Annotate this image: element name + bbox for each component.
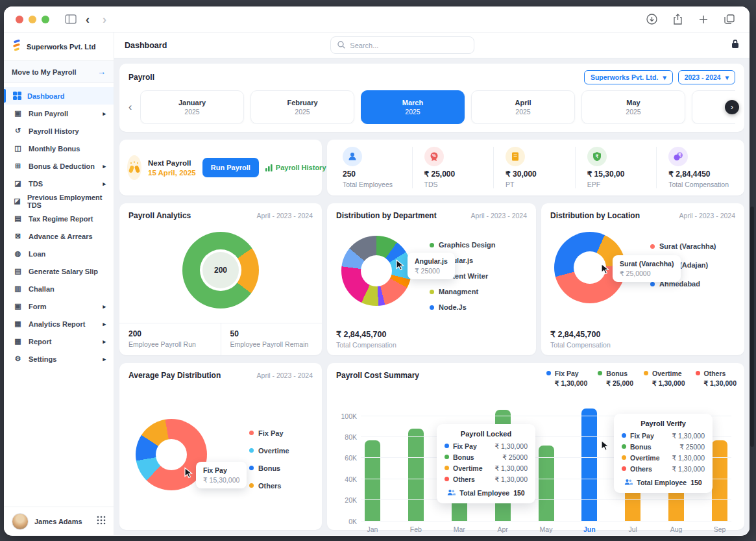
cost-legend-top: Overtime — [644, 370, 685, 377]
sidebar-item-settings[interactable]: ⚙Settings▸ — [4, 350, 114, 368]
download-icon[interactable] — [643, 11, 660, 28]
page-title: Dashboard — [125, 41, 167, 50]
tooltip-row-label: Overtime — [453, 464, 483, 472]
tooltip-row-fix-pay: Fix Pay₹ 1,30,000 — [622, 432, 705, 440]
y-axis-tick: 0K — [348, 518, 357, 525]
month-card-april[interactable]: April2025 — [471, 90, 575, 124]
forward-icon[interactable]: › — [96, 11, 113, 28]
move-to-my-payroll[interactable]: Move to My Payroll → — [4, 61, 114, 83]
sidebar: Superworks Pvt. Ltd Move to My Payroll →… — [4, 32, 114, 535]
chart-title: Distribution by Location — [550, 211, 640, 220]
tooltip-total-value: 150 — [690, 479, 702, 486]
submenu-arrow-icon: ▸ — [103, 303, 106, 310]
search-input[interactable] — [350, 42, 467, 49]
sidebar-item-label: Analytics Report — [29, 320, 85, 328]
carousel-prev-icon[interactable]: ‹ — [128, 101, 136, 113]
sidebar-item-previous-employment-tds[interactable]: ◪Previous Employment TDS — [4, 192, 114, 210]
new-tab-icon[interactable] — [695, 11, 712, 28]
month-year: 2025 — [405, 108, 420, 116]
sidebar-item-label: Bonus & Deduction — [29, 162, 95, 170]
bar-feb[interactable] — [408, 429, 424, 521]
sidebar-item-label: Challan — [29, 285, 55, 293]
zoom-window-button[interactable] — [42, 16, 49, 23]
legend-item-managment: Managment — [430, 288, 495, 296]
close-window-button[interactable] — [16, 16, 23, 23]
month-card-january[interactable]: January2025 — [140, 90, 244, 124]
chart-title: Payroll Analytics — [128, 211, 191, 220]
tabs-icon[interactable] — [721, 11, 738, 28]
submenu-arrow-icon: ▸ — [103, 356, 106, 362]
sidebar-item-loan[interactable]: ◍Loan — [4, 245, 114, 262]
sidebar-item-advance-arrears[interactable]: ⊠Advance & Arrears — [4, 227, 114, 245]
stat-value: 250 — [343, 170, 400, 179]
legend-dot — [546, 371, 551, 375]
bar-jun[interactable] — [581, 409, 597, 521]
window-scrollbar[interactable] — [750, 207, 754, 447]
legend-value: ₹ 1,30,000 — [644, 379, 685, 387]
user-row[interactable]: James Adams — [4, 507, 114, 535]
tooltip-title: Payroll Locked — [445, 430, 528, 438]
sidebar-item-challan[interactable]: ▥Challan — [4, 280, 114, 297]
month-card-february[interactable]: February2025 — [250, 90, 354, 124]
sidebar-toggle-icon[interactable] — [62, 11, 79, 28]
sidebar-menu: Dashboard▣Run Payroll▸↺Payroll History◫M… — [4, 83, 114, 507]
dept-total: ₹ 2,84,45,700 Total Compensation — [336, 329, 396, 349]
month-card-march[interactable]: March2025 — [361, 90, 465, 124]
tooltip-payroll-verify: Payroll VerifyFix Pay₹ 1,30,000Bonus₹ 25… — [614, 414, 713, 493]
sidebar-item-form[interactable]: ▣Form▸ — [4, 297, 114, 315]
sidebar-item-report[interactable]: ▦Report▸ — [4, 333, 114, 350]
bar-jan[interactable] — [365, 440, 380, 522]
x-axis-label-jul: Jul — [625, 525, 640, 533]
payroll-cost-summary-card: Payroll Cost Summary Fix Pay₹ 1,30,000Bo… — [327, 363, 744, 530]
sidebar-item-bonus-deduction[interactable]: ⊞Bonus & Deduction▸ — [4, 157, 114, 175]
back-icon[interactable]: ‹ — [79, 11, 96, 28]
legend-dot — [430, 305, 434, 310]
pt-stat-icon — [506, 147, 525, 166]
run-payroll-button[interactable]: Run Payroll — [202, 158, 259, 177]
submenu-arrow-icon: ▸ — [103, 338, 106, 345]
right-arrow-icon: → — [97, 67, 106, 77]
tds-icon: ◪ — [13, 179, 23, 188]
tooltip-row-label: Bonus — [630, 443, 652, 451]
apps-grid-icon[interactable] — [97, 516, 106, 527]
bar-sep[interactable] — [712, 440, 727, 522]
tooltip-total-label: Total Employee — [459, 489, 509, 497]
sidebar-item-label: Report — [29, 338, 51, 346]
company-logo-icon — [12, 40, 21, 54]
payroll-history-link[interactable]: Payroll History — [265, 164, 326, 171]
next-payroll-date: 15 April, 2025 — [148, 169, 196, 177]
tooltip-title: Payroll Verify — [622, 420, 705, 427]
legend-item-node-js: Node.Js — [430, 303, 495, 311]
legend-dot — [249, 431, 254, 435]
cost-legend-fix-pay: Fix Pay₹ 1,30,000 — [546, 370, 587, 387]
month-name: March — [402, 99, 423, 107]
legend-label: Managment — [439, 288, 478, 296]
legend-dot — [622, 466, 626, 471]
company-select[interactable]: Superworks Pvt. Ltd. ▾ — [584, 70, 673, 84]
sidebar-item-tax-regime-report[interactable]: ▤Tax Regime Report — [4, 210, 114, 227]
tooltip-row-label: Bonus — [453, 453, 474, 461]
minimize-window-button[interactable] — [29, 16, 36, 23]
sidebar-item-dashboard[interactable]: Dashboard — [4, 87, 114, 105]
search-box[interactable] — [330, 36, 474, 54]
sidebar-item-run-payroll[interactable]: ▣Run Payroll▸ — [4, 105, 114, 122]
payroll-analytics-donut[interactable]: 200 — [182, 232, 259, 308]
year-select[interactable]: 2023 - 2024 ▾ — [678, 70, 735, 84]
cost-legend-others: Others₹ 1,30,000 — [696, 370, 737, 387]
x-axis-label-feb: Feb — [408, 525, 424, 533]
share-icon[interactable] — [669, 11, 686, 28]
sidebar-item-tds[interactable]: ◪TDS▸ — [4, 175, 114, 192]
sidebar-item-label: Previous Employment TDS — [27, 194, 106, 209]
month-card-may[interactable]: May2025 — [581, 90, 685, 124]
carousel-next-icon[interactable]: › — [725, 100, 739, 114]
chart-title: Average Pay Distribution — [128, 371, 221, 380]
sidebar-item-monthly-bonus[interactable]: ◫Monthly Bonus — [4, 140, 114, 157]
sidebar-item-generate-salary-slip[interactable]: ▤Generate Salary Slip — [4, 262, 114, 280]
sidebar-item-payroll-history[interactable]: ↺Payroll History — [4, 122, 114, 140]
sidebar-item-label: Advance & Arrears — [29, 233, 93, 240]
sidebar-item-analytics-report[interactable]: ▦Analytics Report▸ — [4, 315, 114, 333]
svg-text:₹: ₹ — [595, 154, 598, 158]
stat-label: EPF — [587, 181, 645, 188]
legend-dot — [445, 466, 449, 470]
tooltip-row-bonus: Bonus₹ 25000 — [622, 443, 705, 451]
